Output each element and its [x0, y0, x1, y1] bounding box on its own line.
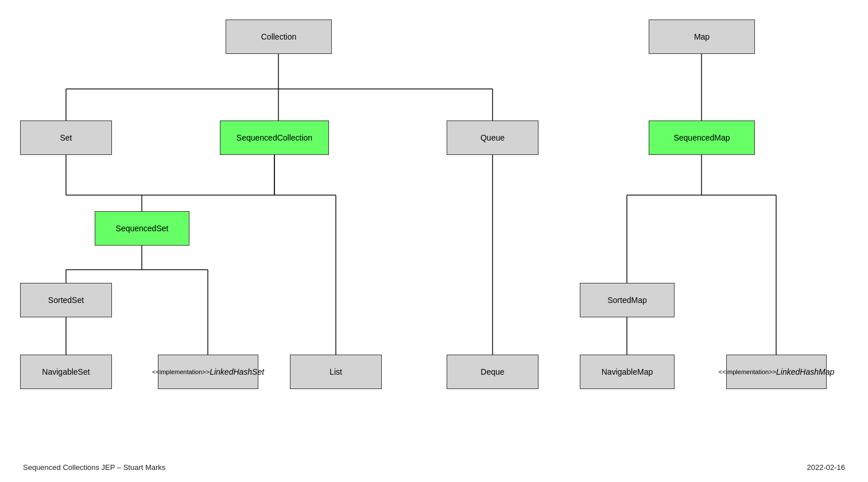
node-sorted-map: SortedMap	[580, 283, 675, 317]
node-sequenced-set: SequencedSet	[95, 211, 189, 246]
node-sequenced-map: SequencedMap	[649, 120, 755, 155]
footer-left: Sequenced Collections JEP – Stuart Marks	[23, 463, 165, 472]
diagram: Collection Set SequencedCollection Queue…	[0, 0, 868, 459]
node-linked-hash-set: <<implementation>> LinkedHashSet	[158, 355, 258, 389]
node-navigable-set: NavigableSet	[20, 355, 112, 389]
node-set: Set	[20, 120, 112, 155]
node-collection: Collection	[226, 20, 332, 54]
node-map: Map	[649, 20, 755, 54]
footer-right: 2022-02-16	[807, 463, 846, 472]
node-sequenced-collection: SequencedCollection	[220, 120, 329, 155]
node-queue: Queue	[447, 120, 538, 155]
node-linked-hash-map: <<implementation>> LinkedHashMap	[726, 355, 827, 389]
node-deque: Deque	[447, 355, 538, 389]
node-sorted-set: SortedSet	[20, 283, 112, 317]
node-list: List	[290, 355, 382, 389]
node-navigable-map: NavigableMap	[580, 355, 675, 389]
